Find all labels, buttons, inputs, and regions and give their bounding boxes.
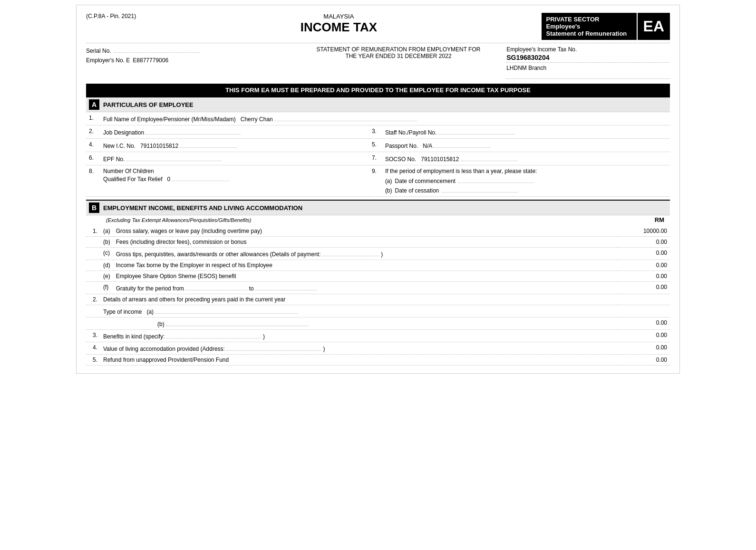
income-row-2-sub-b: (b) 0.00	[86, 318, 670, 330]
sub-header-center: STATEMENT OF REMUNERATION FROM EMPLOYMEN…	[291, 46, 506, 80]
income-1d-amount: 0.00	[618, 260, 670, 271]
income-row-1b: (b) Fees (including director fees), comm…	[86, 237, 670, 248]
section-b-title: EMPLOYMENT INCOME, BENEFITS AND LIVING A…	[103, 204, 302, 212]
row1-label: Full Name of Employee/Pensioner (Mr/Miss…	[103, 116, 236, 123]
income-row-4: 4. Value of living accomodation provided…	[86, 342, 670, 355]
row5l-line	[172, 174, 229, 181]
income-row-1d: (d) Income Tax borne by the Employer in …	[86, 260, 670, 271]
sub-header-left: Serial No. Employer's No. E E8877779006	[86, 46, 291, 80]
row2r-value	[438, 128, 514, 135]
income-2-sub-a-field	[155, 307, 298, 314]
income-2-type-num	[86, 305, 100, 318]
particulars-table: 1. Full Name of Employee/Pensioner (Mr/M…	[86, 112, 670, 197]
section-a-title: PARTICULARS OF EMPLOYEE	[103, 101, 194, 108]
header-center: MALAYSIA INCOME TAX	[136, 13, 541, 35]
lhdnm-branch-label: LHDNM Branch	[506, 65, 670, 71]
income-1f-to-field	[255, 284, 317, 290]
row5l-label2: Qualified For Tax Relief 0	[103, 174, 366, 183]
income-1f-sub: (f)	[100, 282, 113, 294]
income-5-desc: Refund from unapproved Provident/Pension…	[100, 355, 618, 366]
row4l-num: 6.	[86, 152, 100, 165]
row5r-num: 9.	[369, 165, 382, 197]
income-2-desc: Details of arrears and others for preced…	[100, 294, 618, 305]
row-ic-passport: 4. New I.C. No. 791101015812 5. Passport…	[86, 139, 670, 152]
row5r-sub-b-label: (b)	[385, 187, 392, 194]
row2l-label: Job Designation	[103, 129, 144, 136]
serial-no-label: Serial No.	[86, 48, 111, 54]
form-code: (C.P.8A - Pin. 2021)	[86, 13, 136, 19]
income-1f-amount: 0.00	[618, 282, 670, 294]
row3l-line	[180, 141, 237, 148]
income-5-amount: 0.00	[618, 355, 670, 366]
row2l-num: 2.	[86, 125, 100, 139]
row4l-label: EPF No.	[103, 156, 125, 163]
section-a-header: A PARTICULARS OF EMPLOYEE	[86, 96, 670, 112]
income-1d-sub: (d)	[100, 260, 113, 271]
income-1c-field	[322, 250, 379, 256]
row1-content: Full Name of Employee/Pensioner (Mr/Miss…	[100, 112, 670, 125]
notice-bar: THIS FORM EA MUST BE PREPARED AND PROVID…	[86, 84, 670, 96]
income-table: 1. (a) Gross salary, wages or leave pay …	[86, 226, 670, 366]
row4l-line	[126, 154, 222, 161]
serial-no-row: Serial No.	[86, 46, 291, 54]
income-4-field	[226, 344, 321, 351]
row2l-value	[145, 128, 241, 135]
row3l-label: New I.C. No.	[103, 143, 136, 149]
row5r-sub-a: (a) Date of commencement	[385, 176, 667, 184]
income-1c-sub: (c)	[100, 248, 113, 260]
rm-header: RM	[655, 216, 667, 225]
income-4-num: 4.	[86, 342, 100, 355]
income-row-2-type: Type of income (a)	[86, 305, 670, 318]
income-2-sub-a-amount	[618, 305, 670, 318]
employee-tax-no-label: Employee's Income Tax No.	[506, 46, 670, 53]
income-1b-amount: 0.00	[618, 237, 670, 248]
row3r-label: Passport No.	[385, 143, 418, 149]
income-1c-amount: 0.00	[618, 248, 670, 260]
row5r-sub-b: (b) Date of cessation	[385, 186, 667, 194]
row-job-designation: 2. Job Designation 3. Staff No./Payroll …	[86, 125, 670, 139]
private-sector-box: PRIVATE SECTOR Employee's Statement of R…	[542, 13, 637, 40]
income-row-1e: (e) Employee Share Option Sheme (ESOS) b…	[86, 271, 670, 282]
row2l-content: Job Designation	[100, 125, 369, 139]
income-row-5: 5. Refund from unapproved Provident/Pens…	[86, 355, 670, 366]
private-sector-text: PRIVATE SECTOR Employee's Statement of R…	[546, 16, 632, 37]
income-1e-num	[86, 271, 100, 282]
income-row-1c: (c) Gross tips, perquistites, awards/rew…	[86, 248, 670, 260]
sub-header: Serial No. Employer's No. E E8877779006 …	[86, 43, 670, 80]
income-1f-num	[86, 282, 100, 294]
income-row-1a: 1. (a) Gross salary, wages or leave pay …	[86, 226, 670, 237]
income-5-num: 5.	[86, 355, 100, 366]
row3r-num: 5.	[369, 139, 382, 152]
income-2b-num	[86, 318, 100, 330]
row5r-content: If the period of employment is less than…	[382, 165, 670, 197]
row4r-num: 7.	[369, 152, 382, 165]
row4l-content: EPF No.	[100, 152, 369, 165]
header-top: (C.P.8A - Pin. 2021) MALAYSIA INCOME TAX…	[86, 13, 670, 40]
income-1e-amount: 0.00	[618, 271, 670, 282]
income-2-num: 2.	[86, 294, 100, 305]
income-3-desc: Benefits in kind (specify: )	[100, 330, 618, 342]
income-1d-num	[86, 260, 100, 271]
income-1a-sub: (a)	[100, 226, 113, 237]
income-1f-desc: Gratuity for the period from to	[113, 282, 618, 294]
income-3-num: 3.	[86, 330, 100, 342]
row2r-content: Staff No./Payroll No.	[382, 125, 670, 139]
row5l-value: 0	[167, 176, 171, 183]
employer-no-label: Employer's No. E	[86, 57, 130, 64]
ea-label: EA	[643, 18, 664, 35]
row4r-content: SOCSO No. 791101015812	[382, 152, 670, 165]
income-1e-desc: Employee Share Option Sheme (ESOS) benef…	[113, 271, 618, 282]
row3r-line	[434, 141, 491, 148]
row-children-period: 8. Number Of Children Qualified For Tax …	[86, 165, 670, 197]
section-b-subtitle-row: (Excluding Tax Extempt Allowances/Perqui…	[86, 215, 670, 226]
income-1b-desc: Fees (including director fees), commissi…	[113, 237, 618, 248]
row-full-name: 1. Full Name of Employee/Pensioner (Mr/M…	[86, 112, 670, 125]
row3l-value: 791101015812	[140, 143, 178, 149]
income-1c-num	[86, 248, 100, 260]
row3l-content: New I.C. No. 791101015812	[100, 139, 369, 152]
income-1e-sub: (e)	[100, 271, 113, 282]
statement-line2: THE YEAR ENDED 31 DECEMBER 2022	[291, 53, 506, 59]
income-1a-amount: 10000.00	[618, 226, 670, 237]
section-b-header: B EMPLOYMENT INCOME, BENEFITS AND LIVING…	[86, 200, 670, 215]
income-row-2: 2. Details of arrears and others for pre…	[86, 294, 670, 305]
